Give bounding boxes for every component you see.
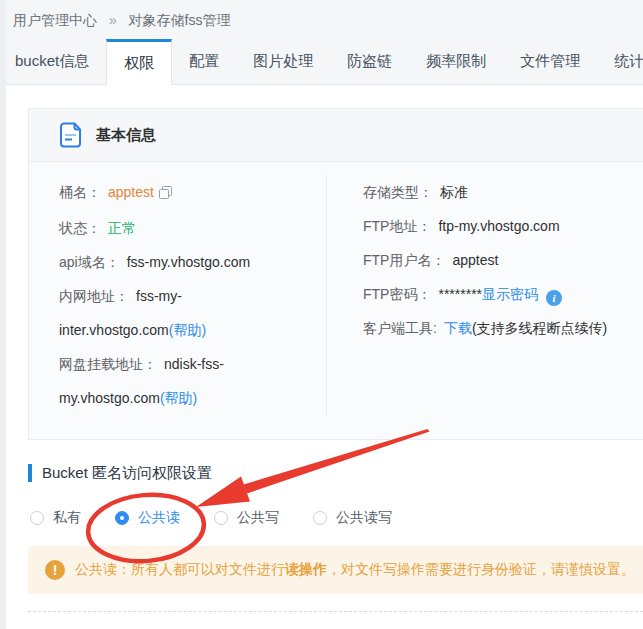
show-password-link[interactable]: 显示密码 [482, 286, 538, 302]
field-label: FTP用户名： [363, 252, 445, 268]
radio-label: 公共读写 [336, 509, 392, 527]
tab-statistics[interactable]: 统计 [597, 39, 643, 84]
field-value: apptest [108, 184, 154, 200]
acl-radio-group: 私有公共读公共写公共读写 [30, 509, 643, 527]
basic-info-right-column: 存储类型：标准FTP地址：ftp-my.vhostgo.comFTP用户名：ap… [326, 175, 643, 415]
info-icon[interactable]: i [546, 290, 562, 306]
info-row: FTP密码：********显示密码i [363, 277, 643, 311]
panel-title: 基本信息 [96, 126, 156, 145]
copy-icon[interactable] [159, 186, 172, 202]
radio-circle-icon[interactable] [30, 511, 44, 525]
tab-permissions[interactable]: 权限 [106, 39, 172, 85]
field-label: 网盘挂载地址： [59, 356, 157, 372]
field-value: apptest [452, 252, 498, 268]
tab-file-management[interactable]: 文件管理 [503, 39, 597, 84]
radio-circle-icon[interactable] [313, 511, 327, 525]
radio-label: 私有 [53, 509, 81, 527]
document-icon [59, 122, 83, 149]
page-header: 用户管理中心 » 对象存储fss管理 bucket信息权限配置图片处理防盗链频率… [0, 0, 643, 85]
breadcrumb-user-center[interactable]: 用户管理中心 [13, 12, 97, 28]
field-label: 客户端工具: [363, 320, 437, 336]
info-row: 存储类型：标准 [363, 175, 643, 209]
radio-public-read-write[interactable]: 公共读写 [313, 509, 392, 527]
breadcrumb: 用户管理中心 » 对象存储fss管理 [0, 0, 643, 39]
radio-public-read[interactable]: 公共读 [115, 509, 180, 527]
basic-info-header: 基本信息 [29, 109, 643, 162]
info-row: 客户端工具:下载(支持多线程断点续传) [363, 311, 643, 345]
field-value: ftp-my.vhostgo.com [438, 218, 559, 234]
field-label: 存储类型： [363, 184, 433, 200]
dashed-divider [28, 611, 643, 612]
info-row: 网盘挂载地址：ndisk-fss-my.vhostgo.com(帮助) [59, 347, 290, 415]
info-row: 状态：正常 [59, 211, 290, 245]
field-value: ******** [438, 286, 482, 302]
field-label: 桶名： [59, 184, 101, 200]
field-label: FTP密码： [363, 286, 431, 302]
field-label: api域名： [59, 254, 120, 270]
tab-anti-leech[interactable]: 防盗链 [330, 39, 409, 84]
help-link[interactable]: (帮助) [169, 322, 206, 338]
radio-private[interactable]: 私有 [30, 509, 81, 527]
info-row: FTP用户名：apptest [363, 243, 643, 277]
info-row: FTP地址：ftp-my.vhostgo.com [363, 209, 643, 243]
radio-label: 公共读 [138, 509, 180, 527]
warning-banner: ! 公共读：所有人都可以对文件进行读操作，对文件写操作需要进行身份验证，请谨慎设… [28, 546, 643, 594]
basic-info-panel: 基本信息 桶名：apptest状态：正常api域名：fss-my.vhostgo… [28, 108, 643, 440]
field-label: 内网地址： [59, 288, 129, 304]
field-label: FTP地址： [363, 218, 431, 234]
field-value: 标准 [440, 184, 468, 200]
download-link[interactable]: 下载 [444, 320, 472, 336]
info-row: 内网地址：fss-my-inter.vhostgo.com(帮助) [59, 279, 290, 347]
field-value: 正常 [108, 220, 136, 236]
warning-text: 公共读：所有人都可以对文件进行读操作，对文件写操作需要进行身份验证，请谨慎设置。 [75, 561, 635, 579]
basic-info-body: 桶名：apptest状态：正常api域名：fss-my.vhostgo.com内… [29, 162, 643, 439]
exclamation-icon: ! [45, 560, 65, 580]
radio-circle-icon[interactable] [214, 511, 228, 525]
tab-config[interactable]: 配置 [172, 39, 236, 84]
help-link[interactable]: (帮助) [160, 390, 197, 406]
breadcrumb-fss-management: 对象存储fss管理 [129, 12, 231, 28]
field-value: fss-my.vhostgo.com [127, 254, 250, 270]
basic-info-left-column: 桶名：apptest状态：正常api域名：fss-my.vhostgo.com内… [29, 175, 326, 415]
tab-bucket-info[interactable]: bucket信息 [0, 39, 106, 84]
field-label: 状态： [59, 220, 101, 236]
tab-bar: bucket信息权限配置图片处理防盗链频率限制文件管理统计文档 [0, 39, 643, 85]
main-content: 基本信息 桶名：apptest状态：正常api域名：fss-my.vhostgo… [0, 108, 643, 612]
tab-image-processing[interactable]: 图片处理 [236, 39, 330, 84]
radio-public-write[interactable]: 公共写 [214, 509, 279, 527]
breadcrumb-separator-icon: » [109, 12, 117, 28]
radio-label: 公共写 [237, 509, 279, 527]
field-suffix: (支持多线程断点续传) [472, 320, 607, 336]
acl-section-title: Bucket 匿名访问权限设置 [28, 464, 643, 482]
radio-circle-icon[interactable] [115, 511, 129, 525]
tab-rate-limit[interactable]: 频率限制 [409, 39, 503, 84]
info-row: api域名：fss-my.vhostgo.com [59, 245, 290, 279]
info-row: 桶名：apptest [59, 175, 290, 211]
